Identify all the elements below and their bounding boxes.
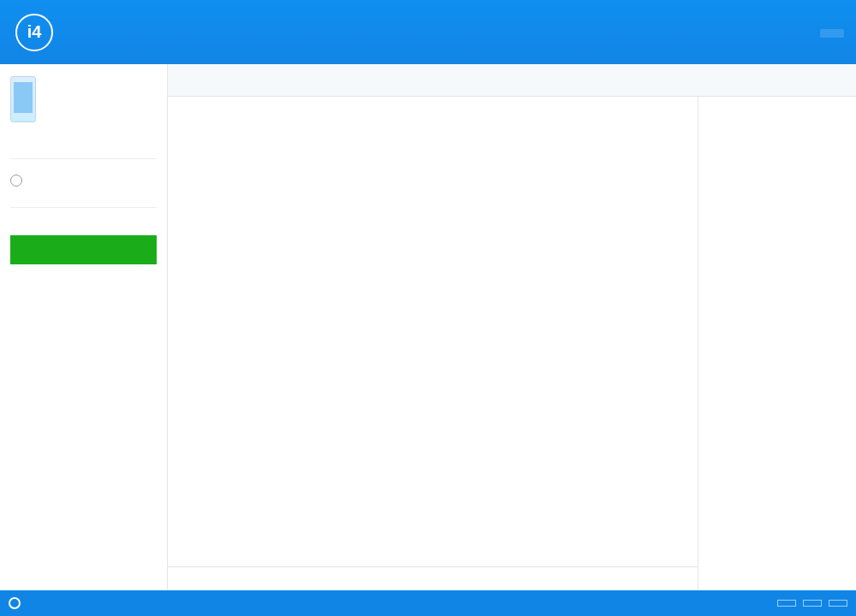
skin-icon[interactable] — [745, 0, 767, 19]
app-header: i4 — [0, 0, 856, 64]
maximize-button[interactable] — [811, 0, 834, 19]
check-update-button[interactable] — [829, 600, 847, 607]
toggle-icon[interactable] — [9, 597, 21, 609]
version-list — [698, 97, 856, 590]
logo-icon: i4 — [15, 14, 53, 51]
main-area — [168, 64, 856, 590]
backup-restore-button[interactable] — [10, 235, 157, 264]
download-center-button[interactable] — [820, 29, 844, 38]
device-card — [10, 76, 157, 122]
radio-icon — [10, 175, 22, 187]
device-icon — [10, 76, 36, 122]
backup-warning — [10, 207, 157, 223]
footer — [0, 590, 856, 616]
feedback-button[interactable] — [777, 600, 796, 607]
minimize-button[interactable] — [789, 0, 811, 19]
auto-activate-toggle[interactable] — [10, 158, 157, 187]
close-button[interactable] — [834, 0, 856, 19]
sub-tabs — [168, 64, 856, 97]
sidebar — [0, 64, 168, 590]
wechat-button[interactable] — [803, 600, 822, 607]
logo: i4 — [15, 14, 161, 51]
settings-icon[interactable] — [767, 0, 789, 19]
log-output — [168, 97, 698, 566]
status-bar — [168, 566, 698, 590]
window-controls — [745, 0, 856, 19]
log-panel — [168, 97, 698, 590]
